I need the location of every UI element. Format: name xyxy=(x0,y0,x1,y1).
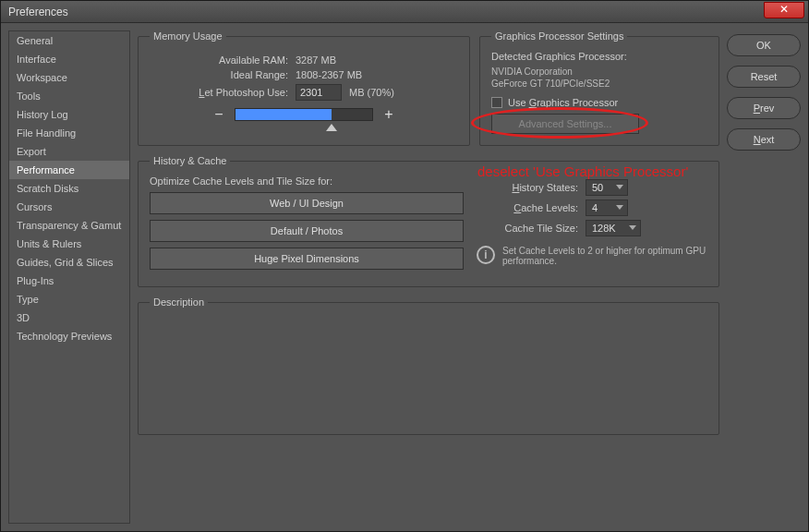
cache-levels-select[interactable]: 4 xyxy=(586,200,628,216)
sidebar-item-interface[interactable]: Interface xyxy=(9,50,129,68)
memory-use-input[interactable] xyxy=(296,84,342,101)
huge-pixel-dimensions-button[interactable]: Huge Pixel Dimensions xyxy=(150,248,464,270)
history-states-label: History States: xyxy=(477,182,578,193)
sidebar-item-file-handling[interactable]: File Handling xyxy=(9,124,129,142)
window-title: Preferences xyxy=(1,6,68,18)
info-icon: i xyxy=(477,246,495,264)
memory-plus-button[interactable]: + xyxy=(382,106,395,123)
sidebar-item-general[interactable]: General xyxy=(9,31,129,50)
let-photoshop-use-label: Let Photoshop Use: xyxy=(150,87,288,98)
sidebar-item-3d[interactable]: 3D xyxy=(9,308,129,327)
sidebar-item-tools[interactable]: Tools xyxy=(9,87,129,105)
gpu-info-text: NVIDIA Corporation GeForce GT 710/PCIe/S… xyxy=(491,66,707,90)
close-button[interactable]: ✕ xyxy=(764,2,804,18)
reset-button[interactable]: Reset xyxy=(727,66,801,88)
default-photos-button[interactable]: Default / Photos xyxy=(150,220,464,242)
available-ram-value: 3287 MB xyxy=(296,54,336,66)
sidebar-item-type[interactable]: Type xyxy=(9,290,129,308)
chevron-down-icon xyxy=(616,185,623,189)
gpu-settings-group: Graphics Processor Settings Detected Gra… xyxy=(479,30,719,146)
memory-usage-group: Memory Usage Available RAM: 3287 MB Idea… xyxy=(138,30,470,146)
sidebar-item-technology-previews[interactable]: Technology Previews xyxy=(9,327,129,345)
sidebar-item-guides-grid-slices[interactable]: Guides, Grid & Slices xyxy=(9,253,129,272)
content-area: General Interface Workspace Tools Histor… xyxy=(1,23,808,531)
chevron-down-icon xyxy=(629,225,636,230)
use-gpu-label: Use Graphics Processor xyxy=(508,97,618,108)
memory-use-suffix: MB (70%) xyxy=(349,87,394,98)
detected-gpu-label: Detected Graphics Processor: xyxy=(491,51,707,62)
history-cache-legend: History & Cache xyxy=(150,155,230,166)
sidebar-item-plug-ins[interactable]: Plug-Ins xyxy=(9,272,129,290)
sidebar-item-cursors[interactable]: Cursors xyxy=(9,198,129,216)
titlebar: Preferences ✕ xyxy=(1,1,808,23)
prev-button[interactable]: Prev xyxy=(727,97,801,119)
cache-tile-size-label: Cache Tile Size: xyxy=(477,223,578,234)
cache-tile-size-select[interactable]: 128K xyxy=(586,220,641,236)
advanced-settings-button[interactable]: Advanced Settings... xyxy=(491,114,639,134)
optimize-label: Optimize Cache Levels and Tile Size for: xyxy=(150,175,464,187)
memory-slider-fill xyxy=(235,109,332,120)
sidebar: General Interface Workspace Tools Histor… xyxy=(8,30,130,524)
dialog-buttons: OK Reset Prev Next xyxy=(727,30,801,524)
cache-info-text: Set Cache Levels to 2 or higher for opti… xyxy=(502,246,707,266)
chevron-down-icon xyxy=(616,205,623,210)
memory-usage-legend: Memory Usage xyxy=(150,30,226,42)
use-gpu-checkbox[interactable] xyxy=(491,97,502,108)
sidebar-item-performance[interactable]: Performance xyxy=(9,161,129,179)
memory-minus-button[interactable]: − xyxy=(212,106,225,123)
main-panel: Memory Usage Available RAM: 3287 MB Idea… xyxy=(130,30,727,524)
ideal-range-label: Ideal Range: xyxy=(150,69,288,80)
cache-levels-label: Cache Levels: xyxy=(477,202,578,213)
gpu-model: GeForce GT 710/PCIe/SSE2 xyxy=(491,79,610,89)
web-ui-design-button[interactable]: Web / UI Design xyxy=(150,192,464,214)
memory-slider[interactable] xyxy=(235,108,373,121)
gpu-settings-legend: Graphics Processor Settings xyxy=(491,30,627,42)
description-legend: Description xyxy=(150,296,208,308)
ok-button[interactable]: OK xyxy=(727,34,801,56)
sidebar-item-units-rulers[interactable]: Units & Rulers xyxy=(9,235,129,253)
history-states-select[interactable]: 50 xyxy=(586,179,628,196)
sidebar-item-transparency-gamut[interactable]: Transparency & Gamut xyxy=(9,216,129,235)
sidebar-item-export[interactable]: Export xyxy=(9,142,129,161)
close-icon: ✕ xyxy=(779,3,789,16)
sidebar-item-history-log[interactable]: History Log xyxy=(9,105,129,124)
description-group: Description xyxy=(138,296,719,435)
available-ram-label: Available RAM: xyxy=(150,54,288,66)
gpu-vendor: NVIDIA Corporation xyxy=(491,66,573,77)
use-gpu-row: Use Graphics Processor xyxy=(491,97,707,108)
ideal-range-value: 1808-2367 MB xyxy=(296,69,362,80)
history-cache-group: History & Cache Optimize Cache Levels an… xyxy=(138,155,719,287)
memory-slider-handle[interactable] xyxy=(326,124,337,131)
next-button[interactable]: Next xyxy=(727,128,801,151)
sidebar-item-scratch-disks[interactable]: Scratch Disks xyxy=(9,179,129,198)
preferences-window: Preferences ✕ General Interface Workspac… xyxy=(0,0,809,532)
sidebar-item-workspace[interactable]: Workspace xyxy=(9,68,129,87)
